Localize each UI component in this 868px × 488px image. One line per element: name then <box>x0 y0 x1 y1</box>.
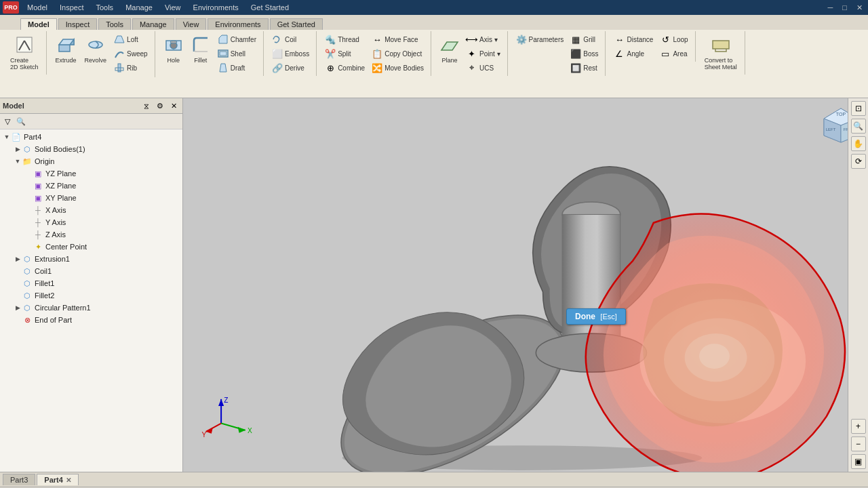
xz-plane-label: XZ Plane <box>45 182 76 190</box>
tree-item-fillet1[interactable]: ▶ ⬡ Fillet1 <box>1 277 181 289</box>
emboss-button[interactable]: ⬜ Emboss <box>269 47 312 60</box>
pan-button[interactable]: ✋ <box>851 136 866 151</box>
tree-item-z-axis[interactable]: ▶ ┼ Z Axis <box>1 228 181 241</box>
tree-item-center-point[interactable]: ▶ ✦ Center Point <box>1 241 181 253</box>
panel-close-icon[interactable]: ✕ <box>167 100 180 112</box>
grill-label: Grill <box>583 36 595 43</box>
tree-search-icon[interactable]: 🔍 <box>15 115 27 127</box>
panel-filter-icon[interactable]: ⧖ <box>140 100 153 112</box>
sweep-button[interactable]: Sweep <box>111 47 151 60</box>
tree-item-x-axis[interactable]: ▶ ┼ X Axis <box>1 204 181 216</box>
tab-part3[interactable]: Part3 <box>3 474 35 485</box>
distance-button[interactable]: ↔ Distance <box>611 33 656 46</box>
extrude-button[interactable]: Extrude <box>52 33 80 66</box>
point-button[interactable]: ✦ Point ▾ <box>464 47 503 60</box>
measure-section: ↔ Distance ∠ Angle ↺ Loop ▭ Area <box>607 31 695 62</box>
tab-tools[interactable]: Tools <box>98 18 131 30</box>
tab-model[interactable]: Model <box>20 18 57 30</box>
tree-item-yz-plane[interactable]: ▶ ▣ YZ Plane <box>1 167 181 180</box>
menu-model[interactable]: Model <box>23 2 52 13</box>
tree-item-origin[interactable]: ▼ 📁 Origin <box>1 155 181 167</box>
tree-item-xz-plane[interactable]: ▶ ▣ XZ Plane <box>1 180 181 192</box>
tab-environments[interactable]: Environments <box>208 18 268 30</box>
zoom-button[interactable]: 🔍 <box>851 119 866 134</box>
tree-filter-icon[interactable]: ▽ <box>1 115 14 127</box>
tree-item-fillet2[interactable]: ▶ ⬡ Fillet2 <box>1 289 181 302</box>
origin-icon: 📁 <box>22 156 33 167</box>
zoom-in-button[interactable]: + <box>851 419 866 434</box>
menu-get-started[interactable]: Get Started <box>247 2 293 13</box>
parameters-button[interactable]: ⚙️ Parameters <box>513 33 567 46</box>
loop-button[interactable]: ↺ Loop <box>657 33 690 46</box>
window-minimize[interactable]: ─ <box>825 2 836 13</box>
convert-sheet-metal-button[interactable]: Convert toSheet Metal <box>701 33 741 73</box>
expander-part4[interactable]: ▼ <box>3 133 11 141</box>
ribbon: Model Inspect Tools Manage View Environm… <box>0 15 868 98</box>
expander-extrusion1[interactable]: ▶ <box>14 255 22 263</box>
svg-marker-17 <box>441 42 458 50</box>
menu-environments[interactable]: Environments <box>189 2 243 13</box>
rib-button[interactable]: Rib <box>111 61 151 75</box>
tree-item-solid-bodies[interactable]: ▶ ⬡ Solid Bodies(1) <box>1 143 181 155</box>
part4-icon: 📄 <box>11 131 22 142</box>
tree-item-end-of-part[interactable]: ▶ ⊗ End of Part <box>1 314 181 326</box>
tree-item-coil1[interactable]: ▶ ⬡ Coil1 <box>1 265 181 277</box>
window-close[interactable]: ✕ <box>854 2 865 14</box>
fillet-button[interactable]: Fillet <box>188 33 214 66</box>
thread-button[interactable]: 🔩 Thread <box>322 33 368 46</box>
axis-button[interactable]: ⟷ Axis ▾ <box>464 33 503 46</box>
panel-settings-icon[interactable]: ⚙ <box>154 100 166 112</box>
coil1-label: Coil1 <box>35 267 52 275</box>
viewport[interactable]: Z X Y Done [Esc] <box>183 98 868 472</box>
create-2d-sketch-button[interactable]: Create2D Sketch <box>7 33 42 73</box>
angle-button[interactable]: ∠ Angle <box>611 47 656 60</box>
tab-view[interactable]: View <box>176 18 207 30</box>
tab-manage[interactable]: Manage <box>132 18 174 30</box>
move-bodies-button[interactable]: 🔀 Move Bodies <box>369 61 427 75</box>
menu-inspect[interactable]: Inspect <box>56 2 87 13</box>
shell-button[interactable]: Shell <box>215 47 259 60</box>
draft-button[interactable]: Draft <box>215 61 259 75</box>
point-icon: ✦ <box>467 48 477 59</box>
rotate-button[interactable]: ⟳ <box>851 154 866 169</box>
tab-part4-close[interactable]: ✕ <box>66 476 71 484</box>
combine-button[interactable]: ⊕ Combine <box>322 61 368 75</box>
grill-button[interactable]: ▦ Grill <box>568 33 601 46</box>
modify-section: 🔩 Thread ✂️ Split ⊕ Combine ↔️ <box>318 31 431 76</box>
loft-button[interactable]: Loft <box>111 33 151 46</box>
window-maximize[interactable]: □ <box>840 2 850 13</box>
expander-solid-bodies[interactable]: ▶ <box>14 145 22 153</box>
menu-tools[interactable]: Tools <box>92 2 117 13</box>
expander-origin[interactable]: ▼ <box>14 157 22 165</box>
ucs-button[interactable]: ⌖ UCS <box>464 61 503 75</box>
yz-plane-label: YZ Plane <box>45 169 76 178</box>
copy-object-button[interactable]: 📋 Copy Object <box>369 47 427 60</box>
split-button[interactable]: ✂️ Split <box>322 47 368 60</box>
tab-inspect[interactable]: Inspect <box>58 18 97 30</box>
tree-item-circular-pattern1[interactable]: ▶ ⬡ Circular Pattern1 <box>1 302 181 314</box>
tab-get-started[interactable]: Get Started <box>270 18 323 30</box>
tree-item-xy-plane[interactable]: ▶ ▣ XY Plane <box>1 192 181 204</box>
done-button[interactable]: Done [Esc] <box>566 308 626 325</box>
chamfer-button[interactable]: Chamfer <box>215 33 259 46</box>
zoom-fit-button[interactable]: ⊡ <box>851 101 866 116</box>
hole-button[interactable]: Hole <box>161 33 186 66</box>
menu-manage[interactable]: Manage <box>121 2 157 13</box>
rest-button[interactable]: 🔲 Rest <box>568 61 601 75</box>
expander-circular-pattern1[interactable]: ▶ <box>14 304 22 312</box>
tree-item-part4[interactable]: ▼ 📄 Part4 <box>1 131 181 143</box>
derive-button[interactable]: 🔗 Derive <box>269 61 312 75</box>
tab-part4[interactable]: Part4 ✕ <box>37 474 79 485</box>
tree-item-y-axis[interactable]: ▶ ┼ Y Axis <box>1 216 181 228</box>
display-mode-button[interactable]: ▣ <box>851 454 866 469</box>
svg-rect-18 <box>713 41 729 49</box>
menu-view[interactable]: View <box>161 2 185 13</box>
zoom-out-button[interactable]: − <box>851 436 866 451</box>
boss-button[interactable]: ⬛ Boss <box>568 47 601 60</box>
move-face-button[interactable]: ↔️ Move Face <box>369 33 427 46</box>
coil-button[interactable]: Coil <box>269 33 312 46</box>
tree-item-extrusion1[interactable]: ▶ ⬡ Extrusion1 <box>1 253 181 265</box>
revolve-button[interactable]: Revolve <box>81 33 111 66</box>
plane-button[interactable]: Plane <box>437 33 462 66</box>
area-button[interactable]: ▭ Area <box>657 47 690 60</box>
